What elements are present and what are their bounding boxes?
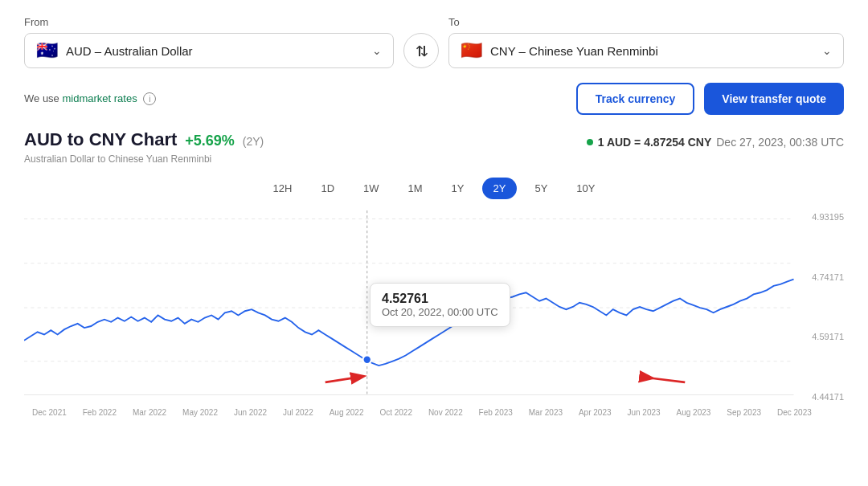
y-label-3: 4.59171	[800, 332, 844, 341]
tab-5y[interactable]: 5Y	[523, 178, 559, 199]
x-label: Mar 2023	[529, 408, 563, 417]
x-label: Dec 2021	[32, 408, 67, 417]
rate-date: Dec 27, 2023, 00:38 UTC	[716, 136, 844, 149]
x-label: Feb 2023	[479, 408, 513, 417]
x-label: Dec 2023	[777, 408, 812, 417]
to-label: To	[448, 16, 844, 28]
x-label: Aug 2023	[677, 408, 711, 417]
svg-point-6	[363, 356, 371, 364]
time-tabs: 12H 1D 1W 1M 1Y 2Y 5Y 10Y	[24, 178, 844, 199]
x-label: Apr 2023	[579, 408, 612, 417]
tab-2y[interactable]: 2Y	[482, 178, 518, 199]
x-label: Jul 2022	[283, 408, 313, 417]
track-currency-button[interactable]: Track currency	[576, 83, 695, 115]
from-label: From	[24, 16, 394, 28]
x-label: Aug 2022	[330, 408, 364, 417]
swap-button[interactable]: ⇄	[403, 33, 439, 68]
chart-period: (2Y)	[243, 135, 264, 148]
x-label: Mar 2022	[133, 408, 166, 417]
swap-icon: ⇄	[412, 45, 430, 57]
view-transfer-button[interactable]: View transfer quote	[704, 83, 844, 115]
tab-1m[interactable]: 1M	[397, 178, 434, 199]
rate-value: 1 AUD = 4.87254 CNY	[598, 136, 712, 149]
to-currency-dropdown[interactable]: 🇨🇳 CNY – Chinese Yuan Renminbi ⌄	[448, 33, 844, 68]
from-chevron-icon: ⌄	[372, 44, 382, 57]
tab-1w[interactable]: 1W	[352, 178, 391, 199]
x-label: Oct 2022	[379, 408, 412, 417]
y-label-4: 4.44171	[800, 392, 844, 402]
chart-svg	[24, 210, 844, 403]
chart-rate: 1 AUD = 4.87254 CNY Dec 27, 2023, 00:38 …	[587, 136, 844, 149]
tab-1y[interactable]: 1Y	[440, 178, 476, 199]
x-label: May 2022	[182, 408, 218, 417]
tab-1d[interactable]: 1D	[309, 178, 346, 199]
chart-subtitle: Australian Dollar to Chinese Yuan Renmin…	[24, 153, 844, 165]
info-icon[interactable]: i	[143, 92, 156, 105]
chart-change: +5.69%	[185, 133, 235, 149]
y-label-2: 4.74171	[800, 272, 844, 282]
to-currency-name: CNY – Chinese Yuan Renminbi	[490, 44, 658, 58]
y-axis: 4.93195 4.74171 4.59171 4.44171	[800, 210, 844, 403]
x-label: Sep 2023	[727, 408, 761, 417]
x-label: Feb 2022	[83, 408, 117, 417]
chart-area: 4.93195 4.74171 4.59171 4.44171 4.52761 …	[24, 210, 844, 403]
from-currency-dropdown[interactable]: 🇦🇺 AUD – Australian Dollar ⌄	[24, 33, 394, 68]
to-chevron-icon: ⌄	[822, 44, 832, 57]
y-label-1: 4.93195	[800, 212, 844, 222]
to-flag: 🇨🇳	[461, 42, 482, 59]
x-label: Jun 2022	[234, 408, 267, 417]
from-currency-name: AUD – Australian Dollar	[66, 44, 193, 58]
chart-title: AUD to CNY Chart	[24, 129, 177, 150]
tab-12h[interactable]: 12H	[262, 178, 304, 199]
tab-10y[interactable]: 10Y	[565, 178, 606, 199]
x-axis: Dec 2021 Feb 2022 Mar 2022 May 2022 Jun …	[24, 408, 844, 417]
x-label: Jun 2023	[627, 408, 660, 417]
midmarket-notice: We use midmarket rates i	[24, 92, 156, 106]
x-label: Nov 2022	[428, 408, 463, 417]
midmarket-link[interactable]: midmarket rates	[62, 92, 137, 104]
from-flag: 🇦🇺	[36, 42, 58, 59]
rate-indicator	[587, 139, 593, 145]
